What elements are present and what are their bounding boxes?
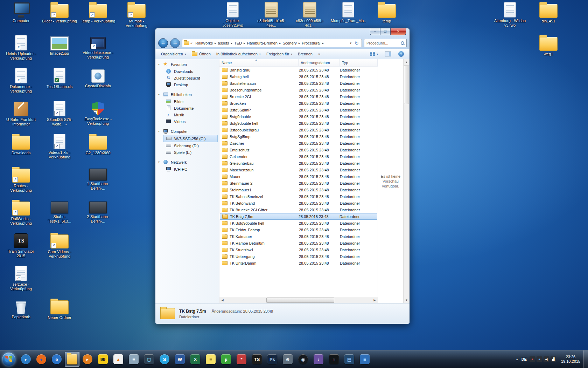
file-row[interactable]: Bstg5SglmP 28.05.2015 23:48 Dateiordner <box>220 107 377 113</box>
breadcrumb-item[interactable]: TED <box>232 41 244 45</box>
file-row[interactable]: Bstg9double 28.05.2015 23:48 Dateiordner <box>220 113 377 120</box>
file-row[interactable]: TK Feldw_Fahrsp 28.05.2015 23:48 Dateior… <box>220 226 377 233</box>
sidebar-item[interactable]: Downloads <box>155 68 219 75</box>
desktop-icon[interactable]: ↗ Objekte-Josef72.rwp <box>215 2 250 28</box>
desktop-icon[interactable]: ↗ G2_1280X960 <box>80 134 115 155</box>
sidebar-item[interactable]: Spiele (L:) <box>155 149 219 156</box>
breadcrumb-separator-icon[interactable]: ▸ <box>322 41 324 45</box>
file-row[interactable]: Bstg9double hell 28.05.2015 23:48 Dateio… <box>220 120 377 127</box>
desktop-icon[interactable]: ↗ 2-Stadtbahn-Berlin-... <box>80 200 115 224</box>
desktop-icon[interactable]: ↗ e8db4d5b-b1c5-4ee... <box>254 2 289 28</box>
scroll-up-icon[interactable]: ▲ <box>404 59 410 65</box>
expander-icon[interactable]: ▾ <box>158 93 161 96</box>
taskbar-icon[interactable]: ∩ <box>327 352 341 367</box>
desktop-icon[interactable]: ↗ Routes - Verknüpfung <box>4 167 38 193</box>
taskbar-icon[interactable]: TS <box>250 352 264 367</box>
window-control-button[interactable]: □ <box>380 28 390 35</box>
file-row[interactable]: TK Rampe Beton8m 28.05.2015 23:48 Dateio… <box>220 240 377 246</box>
titlebar[interactable]: – □ × <box>155 28 410 38</box>
tray-icon[interactable]: ▟ <box>551 356 556 362</box>
desktop-icon[interactable]: ↗ Videodeluxe.exe - Verknüpfung <box>80 35 115 60</box>
preview-pane-button[interactable] <box>382 50 394 58</box>
desktop-icon[interactable]: ↗ Sbahn-TestV1_5I.3... <box>42 200 77 224</box>
file-row[interactable]: Mauer 28.05.2015 23:48 Dateiordner <box>220 173 377 180</box>
desktop-icon[interactable]: ↗ Bilder - Verknüpfung <box>42 2 77 23</box>
taskbar-icon[interactable]: ♪ <box>311 352 326 367</box>
file-row[interactable]: Daecher 28.05.2015 23:48 Dateiordner <box>220 140 377 146</box>
sidebar-item[interactable]: Desktop <box>155 81 219 88</box>
toolbar-button[interactable]: Öffnen ▾ <box>189 50 214 57</box>
sidebar-item[interactable]: Sicherung (D:) <box>155 142 219 149</box>
breadcrumb-item[interactable]: Scenery <box>281 41 298 45</box>
file-row[interactable]: TK Kaimauer 28.05.2015 23:48 Dateiordner <box>220 233 377 240</box>
breadcrumb-item[interactable]: Procedural <box>300 41 322 45</box>
file-row[interactable]: Baustellenzaun 28.05.2015 23:48 Dateiord… <box>220 80 377 87</box>
breadcrumb[interactable]: « RailWorks ▸ assets ▸ TED ▸ <box>182 39 362 47</box>
desktop-icon[interactable]: ↗ Dokumente - Verknüpfung <box>4 68 38 94</box>
sidebar-section-network[interactable]: ▾ Netzwerk <box>155 158 219 166</box>
sidebar-item[interactable]: Dokumente <box>155 105 219 111</box>
toolbar-button[interactable]: Brennen ▾ <box>295 50 315 57</box>
sidebar-section-computer[interactable]: ▾ Computer <box>155 128 219 135</box>
help-button[interactable]: ? <box>396 50 407 58</box>
taskbar-icon[interactable]: e <box>49 352 64 367</box>
file-row[interactable]: TK Bruecke 2GI Gitter 28.05.2015 23:48 D… <box>220 206 377 213</box>
tray-icon[interactable]: ● <box>537 356 542 362</box>
taskbar-icon[interactable]: ≡ <box>126 352 141 367</box>
sidebar-item[interactable]: Musik <box>155 111 219 118</box>
expander-icon[interactable]: ▾ <box>158 63 161 66</box>
file-row[interactable]: Entglschutz 28.05.2015 23:48 Dateiordner <box>220 146 377 153</box>
toolbar-button[interactable]: Freigeben für ▾ <box>264 50 295 57</box>
taskbar-icon[interactable]: S <box>157 352 172 367</box>
tray-icon[interactable]: ● <box>530 356 535 362</box>
desktop-icon[interactable]: ↗ CrystalDiskInfo <box>80 68 115 88</box>
file-row[interactable]: TK Stuetzbw1 28.05.2015 23:48 Dateiordne… <box>220 246 377 253</box>
breadcrumb-item[interactable]: assets <box>216 41 231 45</box>
desktop-icon[interactable]: ↗ RailWorks - Verknüpfung <box>4 200 38 226</box>
taskbar-icon[interactable]: ● <box>34 352 49 367</box>
sidebar-item[interactable]: ICH-PC <box>155 166 219 172</box>
taskbar-icon[interactable]: X <box>188 352 203 367</box>
file-row[interactable]: TK Uebergang 28.05.2015 23:48 Dateiordne… <box>220 253 377 260</box>
language-indicator[interactable]: DE <box>522 357 527 361</box>
desktop-icon[interactable]: ↗ c83ec009-c58b-4d1... <box>292 2 327 28</box>
toolbar-button[interactable]: In Bibliothek aufnehmen ▾ <box>214 50 264 57</box>
column-header-name[interactable]: ▲ Name <box>219 59 299 67</box>
scroll-right-icon[interactable]: ▶ <box>372 297 378 303</box>
taskbar-icon[interactable]: µ <box>219 352 233 367</box>
show-desktop-button[interactable] <box>583 350 588 368</box>
desktop-icon[interactable]: ↗ EasyToolz.exe - Verknüpfung <box>80 101 115 126</box>
taskbar-icon[interactable]: ⊕ <box>280 352 295 367</box>
file-row[interactable]: Maschenzaun 28.05.2015 23:48 Dateiordner <box>220 166 377 173</box>
window-control-button[interactable]: × <box>390 28 406 35</box>
file-row[interactable]: Bstgdouble8grau 28.05.2015 23:48 Dateior… <box>220 127 377 133</box>
desktop-icon[interactable]: ↗ U-Bahn Frankfurt Informator <box>4 101 38 127</box>
file-row[interactable]: Steinmauer1 28.05.2015 23:48 Dateiordner <box>220 186 377 193</box>
desktop-icon[interactable]: ↗ serz.exe - Verknüpfung <box>4 266 38 291</box>
hscroll-thumb[interactable] <box>266 298 334 303</box>
desktop-icon[interactable]: ↗ temp <box>369 2 404 23</box>
file-row[interactable]: Gelaender 28.05.2015 23:48 Dateiordner <box>220 153 377 160</box>
desktop-icon[interactable]: ↗ Papierkorb <box>4 299 38 319</box>
forward-button[interactable]: → <box>170 38 180 48</box>
desktop-icon[interactable]: ↗ Computer <box>4 2 38 23</box>
breadcrumb-item[interactable]: RailWorks <box>194 41 215 45</box>
vscroll-thumb[interactable] <box>404 66 409 104</box>
taskbar-icon[interactable]: W <box>173 352 187 367</box>
expander-icon[interactable]: ▾ <box>158 130 161 133</box>
back-button[interactable]: ← <box>158 38 168 48</box>
taskbar-icon[interactable]: ▲ <box>111 352 126 367</box>
tray-icon[interactable]: ◀ <box>544 356 549 362</box>
file-row[interactable]: Bruecke 2GI 28.05.2015 23:48 Dateiordner <box>220 93 377 100</box>
toolbar-button[interactable]: Organisieren ▾ <box>158 50 189 57</box>
taskbar-icon[interactable]: ▸ <box>19 352 33 367</box>
desktop-icon[interactable]: ↗ Neuer Ordner <box>42 299 77 320</box>
breadcrumb-item[interactable]: Hamburg-Bremen <box>245 41 279 45</box>
vertical-scrollbar[interactable]: ▲ ▼ <box>403 59 410 303</box>
breadcrumb-dropdown-icon[interactable]: ▾ <box>348 41 354 45</box>
scroll-down-icon[interactable]: ▼ <box>404 297 410 303</box>
desktop-icon[interactable]: ↗ din1451 <box>531 2 566 23</box>
clock[interactable]: 23:26 19.10.2015 <box>559 355 582 364</box>
horizontal-scrollbar[interactable]: ◀ ▶ <box>219 297 378 303</box>
sidebar-item[interactable]: Videos <box>155 118 219 125</box>
